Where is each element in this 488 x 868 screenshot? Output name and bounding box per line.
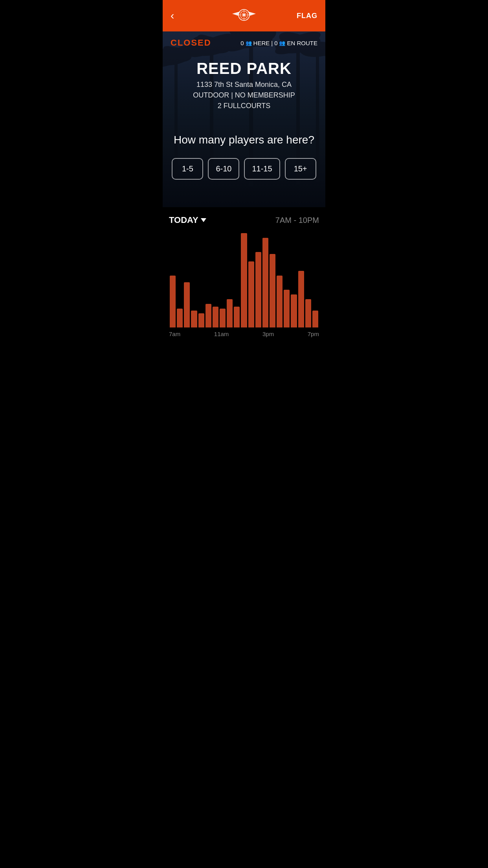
chart-container: 7am 11am 3pm 7pm <box>169 233 319 343</box>
chart-bar-16 <box>284 290 290 327</box>
chart-section: TODAY 7AM - 10PM 7am 11am 3pm 7pm <box>163 207 325 347</box>
chart-header: TODAY 7AM - 10PM <box>169 215 319 225</box>
players-section: How many players are here? 1-5 6-10 11-1… <box>163 114 325 191</box>
chart-bar-7 <box>220 309 226 327</box>
chart-bar-19 <box>305 299 311 327</box>
here-count: 0 <box>240 40 244 46</box>
chart-bar-5 <box>205 304 211 327</box>
chart-labels: 7am 11am 3pm 7pm <box>169 327 319 337</box>
chart-bar-14 <box>270 254 275 327</box>
chart-bar-0 <box>170 276 176 327</box>
venue-courts: 2 FULLCOURTS <box>171 102 317 110</box>
chart-bar-20 <box>312 311 318 327</box>
player-option-6-10[interactable]: 6-10 <box>208 158 239 180</box>
chart-bar-8 <box>227 299 233 327</box>
today-label: TODAY <box>169 215 198 225</box>
chart-bar-15 <box>277 276 283 327</box>
chart-bar-6 <box>213 307 218 327</box>
en-route-count: 0 <box>274 40 277 46</box>
chart-bar-10 <box>241 233 247 327</box>
chart-bar-9 <box>234 307 240 327</box>
en-route-label: EN ROUTE <box>287 40 317 46</box>
app-header: ‹ FLAG <box>163 0 325 31</box>
player-option-15-plus[interactable]: 15+ <box>285 158 316 180</box>
flag-button[interactable]: FLAG <box>297 12 317 20</box>
today-selector[interactable]: TODAY <box>169 215 206 225</box>
venue-type-membership: OUTDOOR | NO MEMBERSHIP <box>171 91 317 99</box>
chart-bar-2 <box>184 282 190 327</box>
chart-bars <box>169 233 319 327</box>
chart-bar-3 <box>191 311 197 327</box>
chart-label-3pm: 3pm <box>262 331 274 337</box>
hours-range: 7AM - 10PM <box>275 216 319 225</box>
chart-bar-12 <box>255 252 261 327</box>
chart-label-11am: 11am <box>214 331 229 337</box>
player-option-1-5[interactable]: 1-5 <box>172 158 203 180</box>
players-question: How many players are here? <box>171 134 317 146</box>
chart-label-7am: 7am <box>169 331 180 337</box>
here-people-icon: 👥 <box>246 40 252 46</box>
back-button[interactable]: ‹ <box>171 9 186 22</box>
chart-bar-13 <box>262 238 268 327</box>
svg-point-10 <box>242 13 246 17</box>
en-route-people-icon: 👥 <box>279 40 285 46</box>
hero-section: CLOSED 0 👥 HERE | 0 👥 EN ROUTE REED PARK… <box>163 31 325 207</box>
chart-bar-18 <box>298 271 304 327</box>
chart-bar-11 <box>248 261 254 327</box>
app-logo <box>232 4 256 28</box>
closed-status: CLOSED <box>171 38 211 48</box>
chart-bar-4 <box>198 313 204 327</box>
attendance-info: 0 👥 HERE | 0 👥 EN ROUTE <box>240 40 317 46</box>
separator: | <box>271 40 273 46</box>
player-option-11-15[interactable]: 11-15 <box>244 158 280 180</box>
chart-label-7pm: 7pm <box>308 331 319 337</box>
venue-address: 1133 7th St Santa Monica, CA <box>171 81 317 89</box>
chart-bar-17 <box>291 294 297 327</box>
here-label: HERE <box>253 40 270 46</box>
dropdown-arrow-icon <box>201 218 206 222</box>
venue-info: REED PARK 1133 7th St Santa Monica, CA O… <box>163 52 325 114</box>
player-options: 1-5 6-10 11-15 15+ <box>171 158 317 180</box>
status-bar: CLOSED 0 👥 HERE | 0 👥 EN ROUTE <box>163 31 325 52</box>
venue-name: REED PARK <box>171 60 317 77</box>
chart-bar-1 <box>177 309 183 327</box>
